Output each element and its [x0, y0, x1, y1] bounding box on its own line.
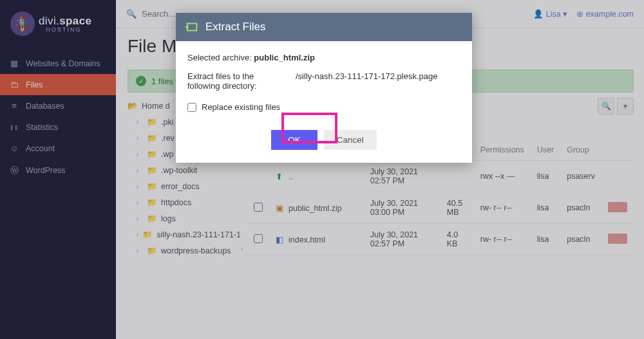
extract-dialog: Extract Files Selected archive: public_h… [176, 13, 472, 163]
replace-label: Replace existing files [202, 102, 280, 112]
cancel-button[interactable]: Cancel [324, 130, 377, 150]
replace-checkbox[interactable] [187, 103, 196, 112]
archive-label: Selected archive: [187, 53, 252, 62]
extract-icon [185, 20, 199, 34]
archive-line: Selected archive: public_html.zip [187, 53, 460, 62]
replace-check-row[interactable]: Replace existing files [187, 102, 460, 112]
svg-rect-0 [187, 24, 197, 31]
dialog-header: Extract Files [176, 13, 472, 41]
directory-label: Extract files to the following directory… [187, 71, 284, 91]
dialog-title: Extract Files [205, 21, 266, 33]
archive-name: public_html.zip [254, 53, 315, 62]
directory-row: Extract files to the following directory… [187, 71, 460, 91]
directory-value: /silly-nash.23-111-171-172.plesk.page [296, 71, 437, 91]
ok-button[interactable]: OK [271, 130, 317, 150]
dialog-actions: OK Cancel [187, 130, 460, 150]
dialog-body: Selected archive: public_html.zip Extrac… [176, 41, 472, 163]
